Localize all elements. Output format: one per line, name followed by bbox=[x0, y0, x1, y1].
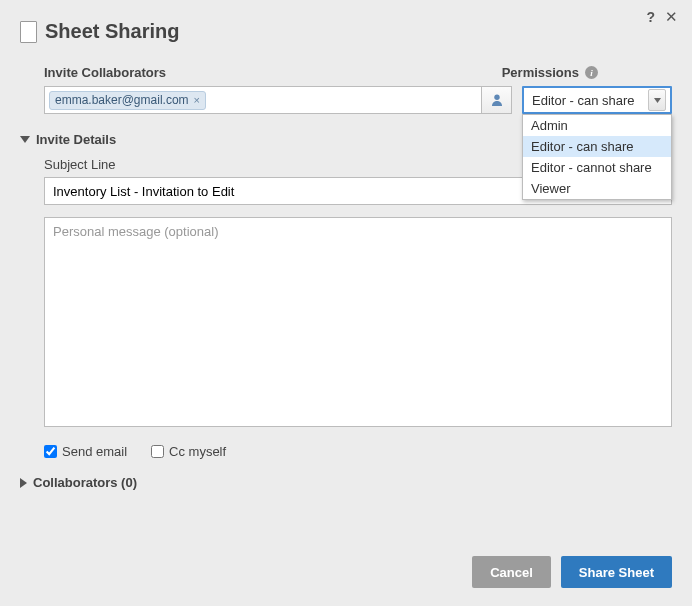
permissions-select[interactable]: Editor - can share bbox=[522, 86, 672, 114]
dialog-title-row: Sheet Sharing bbox=[20, 20, 672, 43]
sheet-sharing-dialog: ? ✕ Sheet Sharing Invite Collaborators P… bbox=[0, 0, 692, 606]
svg-point-0 bbox=[494, 95, 499, 100]
permissions-dropdown: Admin Editor - can share Editor - cannot… bbox=[522, 114, 672, 200]
email-chip[interactable]: emma.baker@gmail.com × bbox=[49, 91, 206, 110]
send-email-text: Send email bbox=[62, 444, 127, 459]
info-icon[interactable]: i bbox=[585, 66, 598, 79]
dialog-title: Sheet Sharing bbox=[45, 20, 179, 43]
personal-message-input[interactable] bbox=[44, 217, 672, 427]
permissions-option-editor-noshare[interactable]: Editor - cannot share bbox=[523, 157, 671, 178]
share-sheet-button[interactable]: Share Sheet bbox=[561, 556, 672, 588]
contact-picker-button[interactable] bbox=[481, 87, 511, 113]
permissions-option-admin[interactable]: Admin bbox=[523, 115, 671, 136]
cc-myself-checkbox[interactable] bbox=[151, 445, 164, 458]
send-email-checkbox[interactable] bbox=[44, 445, 57, 458]
close-icon[interactable]: ✕ bbox=[665, 8, 678, 26]
permissions-selected-value: Editor - can share bbox=[532, 93, 635, 108]
help-icon[interactable]: ? bbox=[646, 9, 655, 25]
collaborator-input[interactable]: emma.baker@gmail.com × bbox=[44, 86, 512, 114]
permissions-option-editor-share[interactable]: Editor - can share bbox=[523, 136, 671, 157]
collaborators-header: Collaborators (0) bbox=[33, 475, 137, 490]
chevron-down-icon bbox=[648, 89, 666, 111]
send-email-checkbox-label[interactable]: Send email bbox=[44, 444, 127, 459]
cancel-button[interactable]: Cancel bbox=[472, 556, 551, 588]
cc-myself-checkbox-label[interactable]: Cc myself bbox=[151, 444, 226, 459]
triangle-down-icon bbox=[20, 136, 30, 143]
permissions-option-viewer[interactable]: Viewer bbox=[523, 178, 671, 199]
person-icon bbox=[490, 93, 504, 107]
triangle-right-icon bbox=[20, 478, 27, 488]
invite-collaborators-label: Invite Collaborators bbox=[44, 65, 166, 80]
chip-remove-icon[interactable]: × bbox=[194, 94, 200, 106]
cc-myself-text: Cc myself bbox=[169, 444, 226, 459]
sheet-icon bbox=[20, 21, 37, 43]
titlebar-controls: ? ✕ bbox=[646, 8, 678, 26]
permissions-label: Permissions bbox=[502, 65, 579, 80]
email-chip-text: emma.baker@gmail.com bbox=[55, 93, 189, 107]
invite-details-header: Invite Details bbox=[36, 132, 116, 147]
collaborators-toggle[interactable]: Collaborators (0) bbox=[20, 475, 672, 490]
